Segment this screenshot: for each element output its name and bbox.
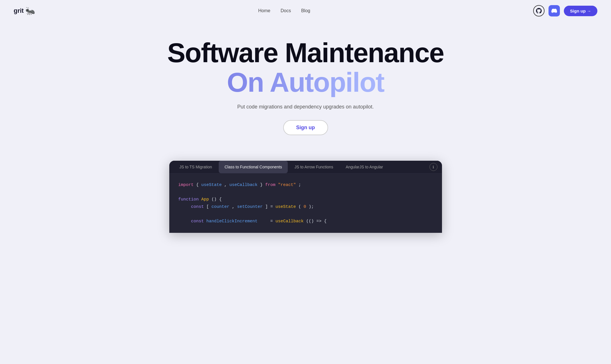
tab-class-functional[interactable]: Class to Functional Components [219, 161, 287, 173]
info-button[interactable]: ℹ [429, 163, 437, 171]
signup-hero-button[interactable]: Sign up [283, 120, 328, 135]
nav-links: Home Docs Blog [258, 8, 310, 13]
code-line-4: const handleClickIncrement = useCallback… [178, 218, 433, 225]
code-line-3: const [ counter , setCounter ] = useStat… [178, 203, 433, 211]
code-line-2: function App () { [178, 196, 433, 203]
tab-angularjs[interactable]: AngularJS to Angular [340, 161, 389, 173]
code-line-1: import { useState , useCallback } from "… [178, 181, 433, 189]
nav-blog[interactable]: Blog [301, 8, 310, 13]
hero-subtitle: Put code migrations and dependency upgra… [6, 104, 605, 110]
tab-js-arrow[interactable]: JS to Arrow Functions [289, 161, 339, 173]
nav-home[interactable]: Home [258, 8, 270, 13]
hero-title-line2: On Autopilot [6, 67, 605, 97]
code-line-blank2 [178, 210, 433, 218]
navigation: grit 🐜 Home Docs Blog Sign up → [0, 0, 611, 22]
logo-text: grit [14, 7, 24, 14]
code-line-blank1 [178, 189, 433, 196]
hero-title: Software Maintenance On Autopilot [6, 39, 605, 97]
nav-right: Sign up → [533, 5, 597, 16]
github-button[interactable] [533, 5, 545, 16]
hero-title-line1: Software Maintenance [6, 39, 605, 67]
nav-docs[interactable]: Docs [281, 8, 291, 13]
logo[interactable]: grit 🐜 [14, 6, 35, 16]
hero-cta: Sign up [6, 120, 605, 135]
signup-nav-button[interactable]: Sign up → [564, 6, 597, 16]
github-icon [536, 8, 542, 14]
code-display: import { useState , useCallback } from "… [169, 173, 442, 233]
demo-container: JS to TS Migration Class to Functional C… [169, 161, 442, 233]
logo-icon: 🐜 [25, 6, 35, 16]
discord-button[interactable] [549, 5, 560, 16]
discord-icon [551, 8, 557, 14]
hero-section: Software Maintenance On Autopilot Put co… [0, 22, 611, 147]
tab-js-ts[interactable]: JS to TS Migration [174, 161, 218, 173]
demo-tabs: JS to TS Migration Class to Functional C… [169, 161, 442, 173]
